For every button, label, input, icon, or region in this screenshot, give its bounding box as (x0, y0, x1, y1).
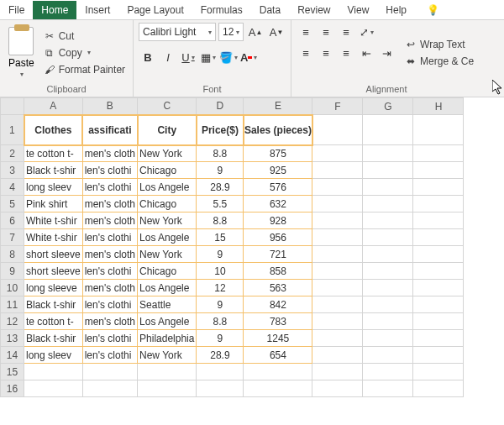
col-header[interactable]: E (244, 98, 312, 115)
cell[interactable] (363, 162, 413, 179)
row-header[interactable]: 11 (1, 296, 24, 313)
cell[interactable]: 15 (197, 229, 244, 246)
col-header[interactable]: D (197, 98, 244, 115)
cell[interactable]: Los Angele (138, 280, 197, 296)
cell[interactable]: 9 (197, 296, 244, 313)
cell[interactable] (413, 115, 464, 145)
cell[interactable]: White t-shir (24, 212, 83, 229)
cell[interactable] (244, 364, 312, 380)
align-top-button[interactable]: ≡ (297, 23, 315, 41)
row-header[interactable]: 14 (1, 347, 24, 364)
cell[interactable] (363, 246, 413, 263)
cell[interactable] (413, 364, 464, 380)
cell[interactable]: men's cloth (82, 145, 137, 162)
cell[interactable]: 8.8 (197, 313, 244, 330)
row-header[interactable]: 6 (1, 212, 24, 229)
cell[interactable]: 1245 (244, 330, 312, 347)
cell[interactable]: 9 (197, 330, 244, 347)
cell[interactable] (363, 280, 413, 296)
fill-color-button[interactable]: 🪣▾ (219, 48, 238, 66)
bold-button[interactable]: B (139, 48, 157, 66)
spreadsheet-grid[interactable]: A B C D E F G H 1 Clothes assificati Cit… (0, 97, 504, 425)
table-header-cell[interactable]: assificati (82, 115, 137, 145)
cell[interactable] (413, 263, 464, 280)
cell[interactable]: Chicago (138, 162, 197, 179)
tell-me-icon[interactable]: 💡 (418, 1, 448, 19)
merge-center-button[interactable]: ⬌Merge & Ce (402, 54, 476, 69)
cell[interactable]: 10 (197, 263, 244, 280)
increase-indent-button[interactable]: ⇥ (377, 44, 396, 62)
cell[interactable] (312, 347, 363, 364)
cell[interactable] (24, 364, 83, 380)
underline-button[interactable]: U▾ (179, 48, 197, 66)
row-header[interactable]: 3 (1, 162, 24, 179)
cell[interactable]: len's clothi (82, 347, 137, 364)
cell[interactable]: men's cloth (82, 212, 137, 229)
cell[interactable]: New York (138, 212, 197, 229)
row-header[interactable]: 2 (1, 145, 24, 162)
cell[interactable] (413, 179, 464, 196)
cell[interactable]: 925 (244, 162, 312, 179)
cell[interactable]: len's clothi (82, 179, 137, 196)
cell[interactable]: len's clothi (82, 162, 137, 179)
cell[interactable] (312, 313, 363, 330)
row-header[interactable]: 15 (1, 364, 24, 380)
row-header[interactable]: 1 (1, 115, 24, 145)
copy-button[interactable]: ⧉Copy▾ (41, 45, 128, 60)
cell[interactable]: long sleev (24, 179, 83, 196)
cell[interactable] (138, 364, 197, 380)
cell[interactable]: 858 (244, 263, 312, 280)
cell[interactable]: 956 (244, 229, 312, 246)
row-header[interactable]: 8 (1, 246, 24, 263)
cell[interactable]: Black t-shir (24, 162, 83, 179)
cell[interactable] (363, 196, 413, 212)
cell[interactable]: 842 (244, 296, 312, 313)
cell[interactable] (363, 347, 413, 364)
cell[interactable] (312, 280, 363, 296)
cell[interactable] (312, 212, 363, 229)
cell[interactable] (197, 364, 244, 380)
cell[interactable]: Philadelphia (138, 330, 197, 347)
row-header[interactable]: 16 (1, 380, 24, 397)
cell[interactable]: men's cloth (82, 313, 137, 330)
cell[interactable]: 576 (244, 179, 312, 196)
cell[interactable] (82, 380, 137, 397)
cell[interactable] (363, 380, 413, 397)
cell[interactable] (312, 330, 363, 347)
table-header-cell[interactable]: Sales (pieces) (244, 115, 312, 145)
cell[interactable] (413, 162, 464, 179)
col-header[interactable]: H (413, 98, 464, 115)
cell[interactable]: 12 (197, 280, 244, 296)
cell[interactable]: Pink shirt (24, 196, 83, 212)
cell[interactable] (363, 313, 413, 330)
align-left-button[interactable]: ≡ (297, 44, 315, 62)
cell[interactable] (312, 196, 363, 212)
cell[interactable]: 875 (244, 145, 312, 162)
table-header-cell[interactable]: City (138, 115, 197, 145)
cell[interactable] (363, 330, 413, 347)
cell[interactable]: men's cloth (82, 246, 137, 263)
cell[interactable] (413, 212, 464, 229)
format-painter-button[interactable]: 🖌Format Painter (41, 62, 128, 77)
font-size-select[interactable]: 12▾ (218, 23, 244, 41)
tab-view[interactable]: View (339, 1, 378, 19)
cell[interactable]: 654 (244, 347, 312, 364)
cell[interactable] (413, 380, 464, 397)
cell[interactable]: len's clothi (82, 330, 137, 347)
align-right-button[interactable]: ≡ (337, 44, 355, 62)
cell[interactable] (413, 330, 464, 347)
cell[interactable]: Los Angele (138, 229, 197, 246)
cell[interactable]: New York (138, 347, 197, 364)
row-header[interactable]: 12 (1, 313, 24, 330)
cell[interactable] (312, 115, 363, 145)
cell[interactable] (413, 145, 464, 162)
cell[interactable] (24, 380, 83, 397)
cell[interactable]: 5.5 (197, 196, 244, 212)
row-header[interactable]: 13 (1, 330, 24, 347)
italic-button[interactable]: I (159, 48, 177, 66)
decrease-font-button[interactable]: A▼ (267, 23, 286, 41)
cell[interactable]: Black t-shir (24, 330, 83, 347)
tab-insert[interactable]: Insert (76, 1, 118, 19)
cell[interactable]: long sleeve (24, 280, 83, 296)
cell[interactable]: 9 (197, 162, 244, 179)
